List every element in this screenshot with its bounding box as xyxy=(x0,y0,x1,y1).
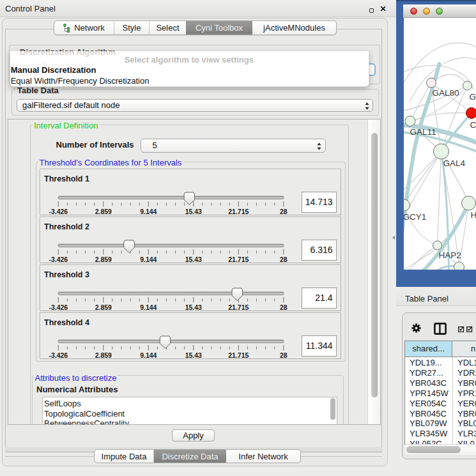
svg-text:GAL11: GAL11 xyxy=(410,127,436,137)
svg-text:15.43: 15.43 xyxy=(185,208,202,215)
svg-text:15.43: 15.43 xyxy=(185,351,202,359)
svg-text:C: C xyxy=(470,120,476,130)
svg-text:9.144: 9.144 xyxy=(140,303,157,311)
svg-text:-3.426: -3.426 xyxy=(49,208,68,215)
svg-text:-3.426: -3.426 xyxy=(49,351,68,359)
svg-text:9.144: 9.144 xyxy=(140,208,157,215)
svg-text:HAP2: HAP2 xyxy=(438,250,461,260)
svg-text:2.859: 2.859 xyxy=(95,351,112,359)
svg-text:GCY1: GCY1 xyxy=(404,212,426,222)
svg-text:2.859: 2.859 xyxy=(95,256,112,263)
svg-text:28: 28 xyxy=(280,256,288,263)
svg-text:-3.426: -3.426 xyxy=(49,303,68,311)
svg-text:-3.426: -3.426 xyxy=(49,256,68,263)
svg-text:GA: GA xyxy=(469,92,476,102)
svg-text:GAL80: GAL80 xyxy=(432,88,459,98)
svg-text:28: 28 xyxy=(280,208,288,215)
svg-text:21.715: 21.715 xyxy=(228,303,249,311)
svg-text:28: 28 xyxy=(280,303,288,311)
svg-text:15.43: 15.43 xyxy=(185,303,202,311)
svg-text:2.859: 2.859 xyxy=(95,303,112,311)
svg-text:GAL4: GAL4 xyxy=(443,158,465,168)
svg-text:15.43: 15.43 xyxy=(185,256,202,263)
svg-text:21.715: 21.715 xyxy=(228,351,249,359)
svg-text:9.144: 9.144 xyxy=(140,351,157,359)
svg-text:21.715: 21.715 xyxy=(228,208,249,215)
svg-text:28: 28 xyxy=(280,351,288,359)
svg-text:21.715: 21.715 xyxy=(228,256,249,263)
svg-text:9.144: 9.144 xyxy=(140,256,157,263)
svg-text:2.859: 2.859 xyxy=(95,208,112,215)
svg-text:H: H xyxy=(470,210,476,220)
